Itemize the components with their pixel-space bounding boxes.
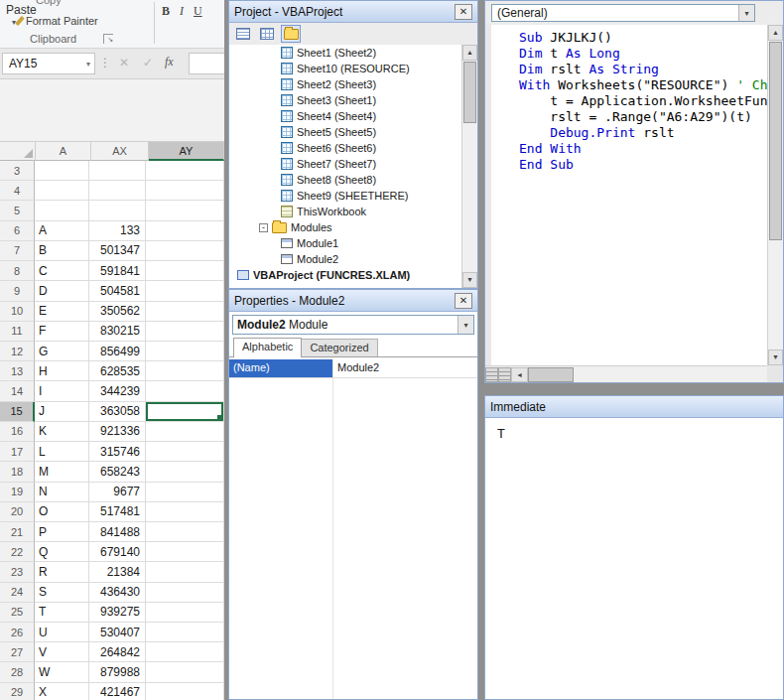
close-icon[interactable]: ✕: [455, 4, 472, 20]
cell-AX14[interactable]: 344239: [89, 381, 146, 401]
cell-AX3[interactable]: [89, 161, 146, 181]
cell-A17[interactable]: L: [35, 442, 89, 462]
cell-AX4[interactable]: [89, 181, 146, 201]
cell-A24[interactable]: S: [35, 583, 89, 603]
row-header-22[interactable]: 22: [0, 542, 35, 562]
cell-A25[interactable]: T: [35, 603, 89, 623]
cell-AY21[interactable]: [146, 522, 224, 542]
cell-AX27[interactable]: 264842: [89, 642, 146, 662]
copy-button[interactable]: Copy: [36, 0, 62, 6]
tree-item[interactable]: Sheet9 (SHEETHERE): [229, 188, 477, 204]
row-header-28[interactable]: 28: [0, 662, 35, 682]
cell-A20[interactable]: O: [35, 502, 89, 522]
row-header-17[interactable]: 17: [0, 442, 35, 462]
row-header-4[interactable]: 4: [0, 181, 35, 201]
row-header-3[interactable]: 3: [0, 161, 35, 181]
enter-icon[interactable]: ✓: [143, 56, 153, 70]
cell-AY16[interactable]: [146, 422, 224, 442]
tab-alphabetic[interactable]: Alphabetic: [233, 338, 302, 357]
cell-A13[interactable]: H: [35, 361, 89, 381]
scroll-down-icon[interactable]: ▼: [462, 272, 477, 288]
cell-AY28[interactable]: [146, 662, 224, 682]
column-header-AY[interactable]: AY: [149, 142, 224, 161]
project-tree-scrollbar[interactable]: ▲ ▼: [461, 45, 477, 288]
row-header-25[interactable]: 25: [0, 603, 35, 623]
row-header-24[interactable]: 24: [0, 583, 35, 603]
row-header-6[interactable]: 6: [0, 221, 35, 241]
tree-item[interactable]: ThisWorkbook: [229, 204, 477, 219]
cell-AX16[interactable]: 921336: [89, 422, 146, 442]
cell-AY13[interactable]: [146, 361, 224, 381]
column-header-AX[interactable]: AX: [91, 142, 149, 161]
cell-AY19[interactable]: [146, 483, 224, 502]
scroll-up-icon[interactable]: ▲: [462, 45, 477, 61]
close-icon[interactable]: ✕: [455, 293, 472, 309]
cell-A19[interactable]: N: [35, 483, 89, 502]
cell-AX9[interactable]: 504581: [89, 281, 146, 301]
cell-AX7[interactable]: 501347: [89, 241, 146, 261]
cell-A22[interactable]: Q: [35, 542, 89, 562]
cell-AX18[interactable]: 658243: [89, 462, 146, 482]
cell-AX10[interactable]: 350562: [89, 302, 146, 322]
scroll-left-icon[interactable]: ◄: [511, 367, 528, 382]
cell-AX22[interactable]: 679140: [89, 542, 146, 562]
select-all-corner[interactable]: [0, 142, 36, 161]
cell-A28[interactable]: W: [35, 662, 89, 682]
cell-A11[interactable]: F: [35, 322, 89, 342]
format-painter-button[interactable]: Format Painter: [18, 15, 98, 27]
property-name[interactable]: (Name): [229, 359, 332, 377]
cell-A8[interactable]: C: [35, 261, 89, 281]
row-header-29[interactable]: 29: [0, 683, 35, 700]
tree-item[interactable]: Sheet2 (Sheet3): [229, 76, 477, 92]
chevron-down-icon[interactable]: ▾: [457, 316, 473, 334]
cell-A10[interactable]: E: [35, 302, 89, 322]
object-dropdown[interactable]: (General) ▾: [491, 4, 755, 22]
cancel-icon[interactable]: ✕: [119, 56, 129, 70]
tree-expander-icon[interactable]: -: [259, 223, 268, 232]
cell-AY22[interactable]: [146, 542, 224, 562]
row-header-18[interactable]: 18: [0, 462, 35, 482]
formula-bar-grip-icon[interactable]: ⋮: [99, 56, 111, 70]
tree-item[interactable]: Sheet10 (RESOURCE): [229, 61, 477, 76]
bold-button[interactable]: B: [162, 4, 170, 19]
cell-AY25[interactable]: [146, 603, 224, 623]
cell-AY17[interactable]: [146, 442, 224, 462]
cell-AY7[interactable]: [146, 241, 224, 261]
row-header-19[interactable]: 19: [0, 483, 35, 502]
cell-AX20[interactable]: 517481: [89, 502, 146, 522]
cell-A15[interactable]: J: [35, 402, 89, 422]
name-box-dropdown-icon[interactable]: ▾: [86, 60, 94, 69]
view-code-button[interactable]: [233, 25, 253, 43]
tree-item[interactable]: Sheet6 (Sheet6): [229, 140, 477, 156]
row-header-10[interactable]: 10: [0, 302, 35, 322]
cell-AY18[interactable]: [146, 462, 224, 482]
immediate-titlebar[interactable]: Immediate: [485, 396, 783, 418]
tree-item[interactable]: VBAProject (FUNCRES.XLAM): [229, 267, 477, 283]
cell-AX25[interactable]: 939275: [89, 603, 146, 623]
immediate-content[interactable]: T: [485, 418, 783, 699]
cell-A3[interactable]: [35, 161, 89, 181]
cell-A16[interactable]: K: [35, 422, 89, 442]
cell-AY23[interactable]: [146, 562, 224, 582]
cell-AY10[interactable]: [146, 302, 224, 322]
cell-A7[interactable]: B: [35, 241, 89, 261]
cell-AX13[interactable]: 628535: [89, 361, 146, 381]
object-selector[interactable]: Module2 Module ▾: [232, 315, 474, 335]
cell-A9[interactable]: D: [35, 281, 89, 301]
code-vertical-scrollbar[interactable]: ▲ ▼: [767, 25, 783, 365]
row-header-11[interactable]: 11: [0, 322, 35, 342]
code-text[interactable]: Sub JKJLKJ()Dim t As LongDim rslt As Str…: [485, 25, 767, 365]
cell-AY26[interactable]: [146, 623, 224, 642]
cell-AY5[interactable]: [146, 201, 224, 220]
cell-AY27[interactable]: [146, 642, 224, 662]
scrollbar-thumb[interactable]: [528, 367, 574, 382]
row-header-12[interactable]: 12: [0, 342, 35, 361]
cell-AY11[interactable]: [146, 322, 224, 342]
tree-item[interactable]: Sheet5 (Sheet5): [229, 124, 477, 140]
cell-A14[interactable]: I: [35, 381, 89, 401]
cell-AX24[interactable]: 436430: [89, 583, 146, 603]
cell-AY20[interactable]: [146, 502, 224, 522]
cell-AY9[interactable]: [146, 281, 224, 301]
cell-AY8[interactable]: [146, 261, 224, 281]
row-header-7[interactable]: 7: [0, 241, 35, 261]
